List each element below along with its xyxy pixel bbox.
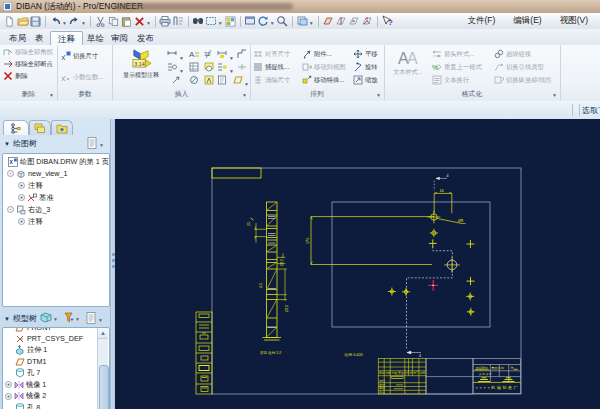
delete-icon[interactable] xyxy=(133,15,146,28)
move-to-view-button[interactable]: 移动到视图 xyxy=(302,62,345,72)
expand-icon[interactable]: + xyxy=(5,381,12,388)
remove-all-breaks-button[interactable]: 移除全部断点 xyxy=(3,59,53,69)
window-icon[interactable] xyxy=(244,15,257,28)
text-style-button[interactable]: AA 文本样式... xyxy=(388,49,428,77)
tree-row-mirror-2[interactable]: + 镜像 2 xyxy=(5,391,46,402)
frame-note-button[interactable] xyxy=(217,75,227,85)
expand-icon[interactable]: + xyxy=(18,182,25,189)
menu-view[interactable]: 视图(V) xyxy=(560,15,588,27)
tab-table[interactable]: 表 xyxy=(28,31,51,45)
tree-row-right-view-3[interactable]: - 右边_3 xyxy=(7,204,50,215)
ordinate-dimension-button[interactable] xyxy=(167,62,177,72)
tree-row-drawing[interactable]: 绘图 DIBAN.DRW 的第 1 页 xyxy=(6,156,109,167)
tree-row-new-view-1[interactable]: - new_view_1 xyxy=(7,168,68,179)
table-button[interactable] xyxy=(189,62,199,72)
model-tree-scrollbar[interactable]: ▲ xyxy=(97,328,108,409)
collapse-icon[interactable]: - xyxy=(7,206,14,213)
ordinate-yellow-dropdown[interactable]: ▼ xyxy=(229,68,234,74)
nav-tab-favorites[interactable] xyxy=(51,120,73,135)
model-info-icon[interactable] xyxy=(172,15,185,28)
expand-icon[interactable]: + xyxy=(18,194,25,201)
undo-dropdown[interactable]: ▼ xyxy=(62,20,67,26)
arrow-button[interactable] xyxy=(171,75,181,85)
group-arrange-dropdown[interactable]: ▼ xyxy=(376,92,381,98)
delete-dropdown[interactable]: ▼ xyxy=(146,20,151,26)
select-box-icon[interactable] xyxy=(205,15,218,28)
ordinate-yellow-button[interactable] xyxy=(217,62,227,72)
symbol-button[interactable] xyxy=(189,75,199,85)
note-button[interactable]: A xyxy=(189,49,199,59)
new-icon[interactable] xyxy=(3,15,16,28)
menu-file[interactable]: 文件(F) xyxy=(467,15,495,27)
paste-icon[interactable] xyxy=(120,15,133,28)
draft-geometry-button[interactable] xyxy=(233,75,243,85)
draft-dropdown[interactable]: ▼ xyxy=(244,81,249,87)
surface-finish-button[interactable] xyxy=(204,75,214,85)
print-icon[interactable] xyxy=(159,15,172,28)
expand-icon[interactable]: + xyxy=(5,393,12,400)
tree-row-csys[interactable]: PRT_CSYS_DEF xyxy=(13,333,83,344)
tree-row-hole-8[interactable]: 孔 8 xyxy=(13,402,40,409)
snap-lines-button[interactable]: 捕捉线... xyxy=(253,62,289,72)
redo-icon[interactable] xyxy=(68,15,81,28)
rotate-button[interactable]: 旋转 xyxy=(353,62,378,72)
model-tree-list-button[interactable]: ▼ xyxy=(86,312,104,324)
dimension-button[interactable] xyxy=(167,49,177,59)
cleanup-dimensions-button[interactable]: 清除尺寸 xyxy=(253,75,290,85)
tree-row-mirror-1[interactable]: + 镜像 1 xyxy=(5,379,46,390)
model-tree-show-button[interactable]: ▼ xyxy=(40,312,59,323)
text-wrap-button[interactable]: 文本换行 xyxy=(432,75,469,85)
context-help-icon[interactable]: ? xyxy=(381,15,394,28)
hyperlink-button[interactable]: 超级链接 xyxy=(494,49,531,59)
zoom-icon[interactable] xyxy=(276,15,289,28)
arrow-style-button[interactable]: 箭头样式... xyxy=(432,49,474,59)
tree-row-annotations-1[interactable]: + 注释 xyxy=(18,180,42,191)
toggle-ordinate-linear-button[interactable]: 切换纵坐标/线性 xyxy=(494,75,552,85)
drawing-tree-settings-button[interactable]: ▼ xyxy=(87,137,105,149)
tab-annotate[interactable]: 注释 xyxy=(50,31,83,46)
scrollbar-thumb[interactable] xyxy=(99,365,109,409)
collapse-icon[interactable]: - xyxy=(7,170,14,177)
break-button[interactable] xyxy=(237,62,247,72)
model-tree-collapse-icon[interactable]: ▼ xyxy=(4,316,10,322)
scale-button[interactable]: 缩放 xyxy=(353,75,378,85)
nav-tab-model-tree[interactable] xyxy=(3,120,29,135)
tree-row-dtm1[interactable]: DTM1 xyxy=(13,356,47,367)
tree-row-extrude[interactable]: 拉伸 1 xyxy=(13,345,47,356)
delete-button[interactable]: 删除 xyxy=(3,71,28,81)
geometric-tolerance-button[interactable]: 32 xyxy=(204,49,214,59)
group-format-dropdown[interactable]: ▼ xyxy=(552,92,557,98)
layers-dropdown[interactable]: ▼ xyxy=(309,20,314,26)
undo-icon[interactable] xyxy=(49,15,62,28)
align-dimensions-button[interactable]: 对齐尺寸 xyxy=(253,49,290,59)
save-icon[interactable] xyxy=(29,15,42,28)
balloon-button[interactable] xyxy=(204,62,214,72)
group-insert-dropdown[interactable]: ▼ xyxy=(242,92,247,98)
datum-planes-icon[interactable] xyxy=(322,15,335,28)
datum-points-icon[interactable] xyxy=(348,15,361,28)
palette-icon[interactable] xyxy=(224,15,237,28)
datum-axes-icon[interactable] xyxy=(335,15,348,28)
pan-button[interactable]: 平移 xyxy=(353,49,378,59)
tree-row-datums[interactable]: + 基准 xyxy=(18,192,53,203)
copy-icon[interactable] xyxy=(107,15,120,28)
find-icon[interactable] xyxy=(192,15,205,28)
redo-dropdown[interactable]: ▼ xyxy=(81,20,86,26)
repaint-icon[interactable] xyxy=(257,15,270,28)
tree-row-annotations-2[interactable]: + 注释 xyxy=(18,216,42,227)
switch-dimensions-button[interactable]: 切换尺寸 xyxy=(61,51,98,61)
menu-edit[interactable]: 编辑(E) xyxy=(513,15,541,27)
open-icon[interactable] xyxy=(16,15,29,28)
dimension-dropdown[interactable]: ▼ xyxy=(179,55,184,61)
dimension-new-refs-button[interactable] xyxy=(217,49,227,59)
repaint-dropdown[interactable]: ▼ xyxy=(270,20,275,26)
move-special-button[interactable]: 移动特殊... xyxy=(302,75,344,85)
expand-icon[interactable]: + xyxy=(18,218,25,225)
dimension-new-refs-dropdown[interactable]: ▼ xyxy=(229,55,234,61)
group-delete-dropdown[interactable]: ▼ xyxy=(49,92,54,98)
tab-publish[interactable]: 发布 xyxy=(130,31,161,45)
remove-all-jogs-button[interactable]: 移除全部角拐 xyxy=(3,47,53,57)
repeat-last-format-button[interactable]: % 重复上一格式 xyxy=(432,62,482,72)
datum-csys-icon[interactable] xyxy=(361,15,374,28)
nav-tab-folder-browser[interactable] xyxy=(29,120,51,135)
